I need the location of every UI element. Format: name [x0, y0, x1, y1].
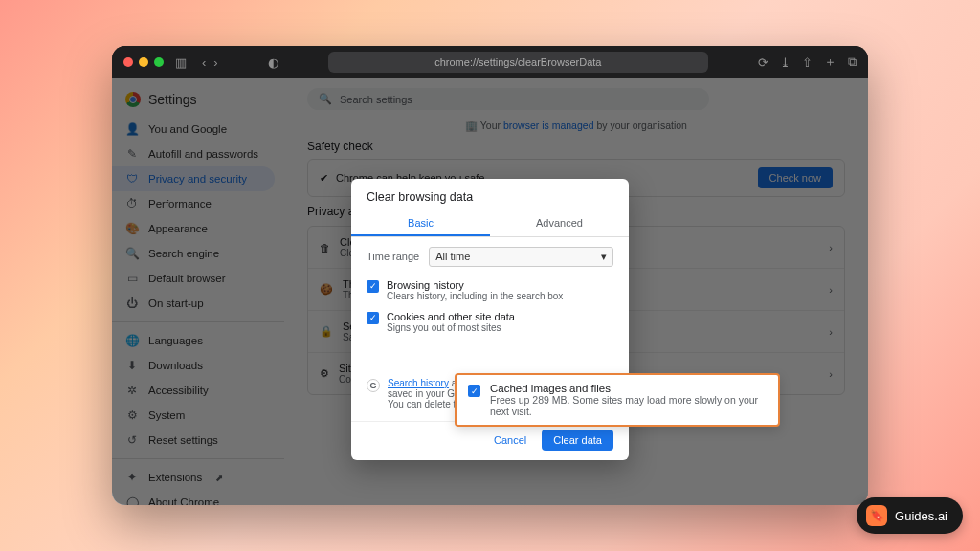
time-range-label: Time range: [367, 251, 419, 262]
time-range-select[interactable]: All time ▾: [429, 247, 613, 267]
checkbox-checked-icon[interactable]: ✓: [367, 280, 379, 293]
dialog-tabs: Basic Advanced: [351, 211, 629, 237]
nav-back-icon[interactable]: ‹: [202, 55, 206, 70]
tab-basic[interactable]: Basic: [351, 211, 490, 236]
traffic-lights: [123, 57, 164, 67]
time-range-row: Time range All time ▾: [367, 247, 613, 267]
tabs-icon[interactable]: ⧉: [848, 55, 857, 70]
maximize-window-icon[interactable]: [154, 57, 164, 67]
bookmark-icon: 🔖: [866, 505, 887, 526]
option-cookies[interactable]: ✓ Cookies and other site dataSigns you o…: [367, 306, 613, 338]
window-toolbar: ▥ ‹ › ◐ chrome://settings/clearBrowserDa…: [112, 46, 868, 78]
sidebar-toggle-icon[interactable]: ▥: [175, 55, 187, 70]
google-icon: G: [367, 379, 380, 392]
share-icon[interactable]: ⇧: [802, 55, 813, 70]
cached-files-title: Cached images and files: [490, 383, 767, 394]
cached-files-subtitle: Frees up 289 MB. Some sites may load mor…: [490, 394, 767, 417]
option-browsing-history[interactable]: ✓ Browsing historyClears history, includ…: [367, 275, 613, 306]
url-text: chrome://settings/clearBrowserData: [434, 56, 601, 68]
tab-advanced[interactable]: Advanced: [490, 211, 629, 236]
new-tab-icon[interactable]: ＋: [824, 54, 836, 71]
download-icon[interactable]: ⤓: [780, 55, 791, 70]
checkbox-checked-icon[interactable]: ✓: [468, 385, 480, 397]
guides-badge[interactable]: 🔖 Guides.ai: [857, 497, 963, 534]
chevron-down-icon: ▾: [601, 251, 607, 263]
clear-data-button[interactable]: Clear data: [542, 430, 613, 451]
checkbox-checked-icon[interactable]: ✓: [367, 312, 379, 324]
guides-label: Guides.ai: [895, 509, 947, 523]
option-cached-files-highlight[interactable]: ✓ Cached images and files Frees up 289 M…: [455, 373, 780, 427]
content-area: Settings 👤You and Google ✎Autofill and p…: [112, 78, 868, 505]
reload-icon[interactable]: ⟳: [758, 55, 768, 70]
search-history-link[interactable]: Search history: [388, 378, 449, 388]
dialog-title: Clear browsing data: [351, 190, 629, 211]
minimize-window-icon[interactable]: [139, 57, 148, 67]
cancel-button[interactable]: Cancel: [486, 430, 534, 451]
close-window-icon[interactable]: [123, 57, 133, 67]
browser-window: ▥ ‹ › ◐ chrome://settings/clearBrowserDa…: [112, 46, 868, 505]
nav-forward-icon[interactable]: ›: [213, 55, 217, 70]
shield-icon[interactable]: ◐: [268, 55, 278, 70]
address-bar[interactable]: chrome://settings/clearBrowserData: [328, 52, 708, 73]
